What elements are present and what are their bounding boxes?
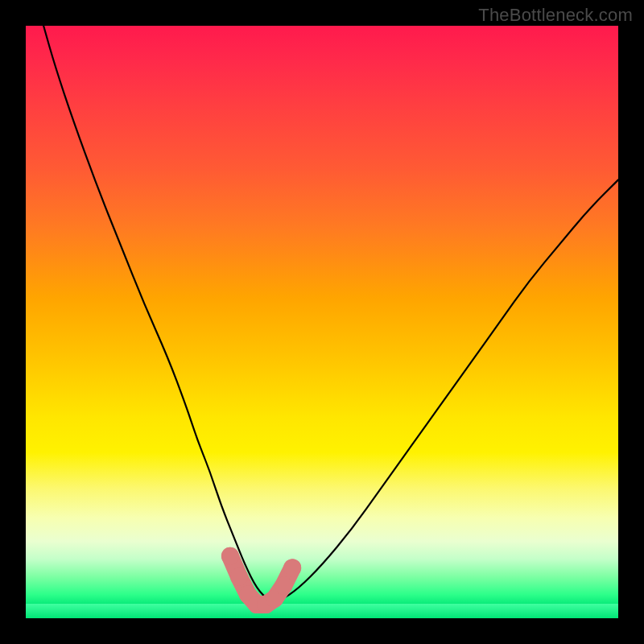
marker-dot [230,568,248,586]
bottleneck-curve [43,26,618,601]
marker-dot [283,559,301,576]
watermark-text: TheBottleneck.com [478,5,633,26]
marker-dot [221,547,239,565]
chart-frame: TheBottleneck.com [0,0,644,644]
marker-dot [275,577,292,595]
curve-layer [26,26,618,618]
optimal-range-markers [221,547,301,613]
